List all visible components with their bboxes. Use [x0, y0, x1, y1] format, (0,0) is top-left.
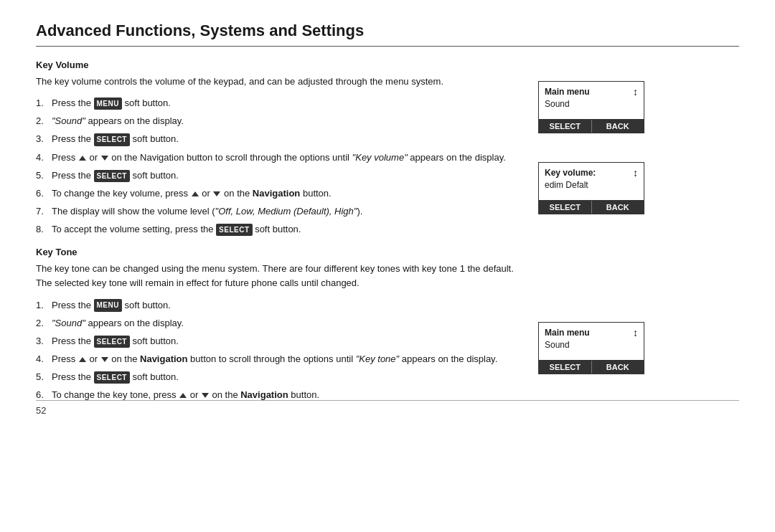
phone-display-1-body: Main menu ↕ Sound	[539, 82, 644, 119]
list-item: 4. Press or on the Navigation button to …	[36, 352, 524, 366]
phone-display-3-select: SELECT	[539, 361, 592, 374]
phone-display-2-select: SELECT	[539, 201, 592, 214]
key-volume-section: Key Volume The key volume controls the v…	[36, 60, 524, 237]
phone-display-2-footer: SELECT BACK	[539, 200, 644, 214]
list-item: 1. Press the MENU soft button.	[36, 298, 524, 313]
key-volume-heading: Key Volume	[36, 60, 524, 70]
list-item: 2. "Sound" appears on the display.	[36, 316, 524, 331]
list-item: 3. Press the SELECT soft button.	[36, 334, 524, 348]
key-tone-intro: The key tone can be changed using the me…	[36, 262, 524, 290]
list-item: 5. Press the SELECT soft button.	[36, 168, 524, 183]
phone-display-1-subtitle: Sound	[545, 99, 638, 109]
phone-display-3: Main menu ↕ Sound SELECT BACK	[538, 322, 644, 374]
page-footer: 52	[36, 400, 739, 416]
main-text: Key Volume The key volume controls the v…	[36, 60, 524, 412]
list-item: 4. Press or on the Navigation button to …	[36, 151, 524, 165]
menu-button-label: MENU	[94, 299, 122, 312]
key-tone-section: Key Tone The key tone can be changed usi…	[36, 247, 524, 402]
phone-display-2-title: Key volume: ↕	[545, 167, 638, 179]
key-volume-steps: 1. Press the MENU soft button. 2. "Sound…	[36, 96, 524, 237]
page: Advanced Functions, Systems and Settings…	[0, 0, 775, 427]
key-tone-heading: Key Tone	[36, 247, 524, 257]
list-item: 8. To accept the volume setting, press t…	[36, 222, 524, 237]
phone-display-3-title: Main menu ↕	[545, 327, 638, 338]
select-button-label: SELECT	[94, 170, 130, 183]
list-item: 2. "Sound" appears on the display.	[36, 114, 524, 128]
phone-display-2-subtitle: edim Defalt	[545, 180, 638, 190]
select-button-label: SELECT	[94, 133, 130, 146]
page-number: 52	[36, 405, 46, 416]
select-button-label: SELECT	[94, 336, 130, 348]
list-item: 5. Press the SELECT soft button.	[36, 370, 524, 384]
list-item: 3. Press the SELECT soft button.	[36, 132, 524, 146]
list-item: 1. Press the MENU soft button.	[36, 96, 524, 110]
phone-display-1-footer: SELECT BACK	[539, 119, 644, 133]
phone-display-1-select: SELECT	[539, 120, 592, 133]
select-button-label: SELECT	[216, 224, 252, 237]
page-title: Advanced Functions, Systems and Settings	[36, 22, 739, 47]
phone-display-3-back: BACK	[592, 361, 644, 374]
menu-button-label: MENU	[94, 98, 122, 110]
list-item: 6. To change the key volume, press or on…	[36, 186, 524, 201]
phone-display-1-title: Main menu ↕	[545, 86, 638, 98]
list-item: 7. The display will show the volume leve…	[36, 204, 524, 219]
key-volume-intro: The key volume controls the volume of th…	[36, 75, 524, 89]
content-area: Key Volume The key volume controls the v…	[36, 60, 739, 412]
phone-display-2-body: Key volume: ↕ edim Defalt	[539, 163, 644, 200]
phone-display-3-body: Main menu ↕ Sound	[539, 323, 644, 360]
phone-display-1-back: BACK	[592, 120, 644, 133]
phone-display-3-footer: SELECT BACK	[539, 360, 644, 374]
phone-display-3-subtitle: Sound	[545, 340, 638, 350]
phone-display-2-back: BACK	[592, 201, 644, 214]
sidebar: Main menu ↕ Sound SELECT BACK Key volume…	[538, 60, 653, 412]
phone-display-1: Main menu ↕ Sound SELECT BACK	[538, 81, 644, 133]
select-button-label: SELECT	[94, 371, 130, 384]
phone-display-2: Key volume: ↕ edim Defalt SELECT BACK	[538, 162, 644, 214]
key-tone-steps: 1. Press the MENU soft button. 2. "Sound…	[36, 298, 524, 403]
